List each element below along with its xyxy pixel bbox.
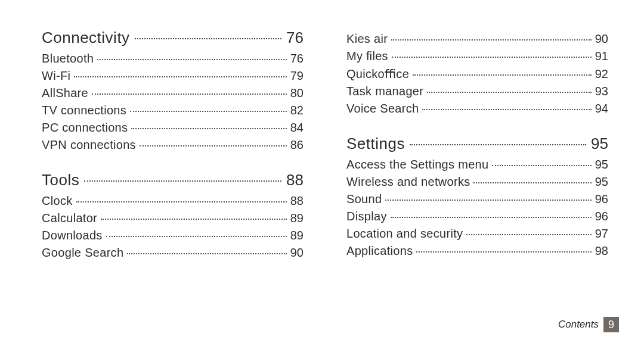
- contents-page: Connectivity 76 Bluetooth 76 Wi-Fi 79 Al…: [0, 0, 644, 349]
- columns: Connectivity 76 Bluetooth 76 Wi-Fi 79 Al…: [42, 29, 608, 267]
- leader: [392, 57, 592, 58]
- leader: [422, 109, 591, 110]
- toc-entry: Location and security 97: [346, 227, 608, 241]
- entry-title: Downloads: [42, 229, 105, 242]
- section-connectivity: Connectivity 76 Bluetooth 76 Wi-Fi 79 Al…: [42, 29, 304, 152]
- footer-page-number: 9: [603, 317, 619, 332]
- leader: [97, 59, 287, 60]
- entry-title: Google Search: [42, 246, 126, 260]
- section-page: 88: [283, 171, 304, 189]
- entry-page: 80: [288, 86, 304, 100]
- leader: [127, 253, 286, 254]
- leader: [130, 111, 287, 112]
- leader: [391, 39, 592, 40]
- leader: [101, 219, 287, 220]
- leader: [74, 76, 287, 77]
- leader: [466, 234, 591, 235]
- entry-title: Clock: [42, 194, 75, 208]
- column-right: Kies air 90 My ﬁles 91 Quickoﬃce 92 Task…: [346, 29, 608, 267]
- section-page: 95: [587, 135, 608, 153]
- entry-title: Display: [346, 210, 389, 223]
- entry-page: 90: [593, 32, 608, 46]
- entry-page: 98: [593, 244, 608, 258]
- leader: [76, 201, 287, 202]
- entry-page: 97: [593, 227, 608, 241]
- leader: [385, 200, 591, 201]
- entry-page: 92: [593, 67, 608, 81]
- entry-page: 95: [593, 158, 608, 172]
- toc-entry: TV connections 82: [42, 104, 304, 117]
- entry-page: 86: [288, 138, 304, 152]
- section-settings: Settings 95 Access the Settings menu 95 …: [346, 135, 608, 258]
- section-title: Tools: [42, 171, 83, 189]
- entry-title: Kies air: [346, 32, 390, 46]
- entry-title: Wi-Fi: [42, 69, 73, 83]
- toc-entry: VPN connections 86: [42, 138, 304, 152]
- leader: [140, 145, 287, 147]
- entry-page: 90: [288, 246, 304, 260]
- leader: [492, 165, 591, 166]
- entry-page: 95: [593, 175, 608, 189]
- entry-page: 91: [593, 49, 608, 63]
- entry-title: AllShare: [42, 86, 91, 100]
- leader: [416, 251, 591, 253]
- leader: [473, 182, 591, 183]
- leader: [92, 94, 287, 95]
- toc-entry: Voice Search 94: [346, 102, 608, 116]
- entry-page: 93: [593, 85, 608, 98]
- toc-entry: Quickoﬃce 92: [346, 67, 608, 81]
- leader: [135, 38, 281, 39]
- section-tools-continued: Kies air 90 My ﬁles 91 Quickoﬃce 92 Task…: [346, 32, 608, 116]
- leader: [131, 128, 286, 129]
- section-title: Settings: [346, 135, 408, 153]
- leader: [413, 74, 592, 76]
- toc-entry: Google Search 90: [42, 246, 304, 260]
- toc-entry: Wi-Fi 79: [42, 69, 304, 83]
- toc-entry: Access the Settings menu 95: [346, 158, 608, 172]
- toc-entry: PC connections 84: [42, 121, 304, 135]
- leader: [391, 217, 592, 218]
- section-heading-row: Connectivity 76: [42, 29, 304, 47]
- entry-title: Applications: [346, 244, 415, 258]
- entry-title: Sound: [346, 192, 384, 206]
- toc-entry: Task manager 93: [346, 85, 608, 98]
- toc-entry: Wireless and networks 95: [346, 175, 608, 189]
- entry-title: VPN connections: [42, 138, 138, 152]
- entry-title: Voice Search: [346, 102, 421, 116]
- entry-title: Task manager: [346, 85, 426, 98]
- toc-entry: Kies air 90: [346, 32, 608, 46]
- entry-title: PC connections: [42, 121, 130, 135]
- leader: [410, 144, 586, 145]
- toc-entry: My ﬁles 91: [346, 49, 608, 63]
- entry-page: 79: [288, 69, 304, 83]
- entry-title: Location and security: [346, 227, 465, 241]
- toc-entry: Bluetooth 76: [42, 52, 304, 66]
- entry-title: Quickoﬃce: [346, 67, 411, 81]
- entry-title: Wireless and networks: [346, 175, 472, 189]
- entry-page: 82: [288, 104, 304, 117]
- entry-page: 76: [288, 52, 304, 66]
- leader: [106, 236, 287, 237]
- toc-entry: Display 96: [346, 210, 608, 223]
- leader: [427, 92, 592, 93]
- column-left: Connectivity 76 Bluetooth 76 Wi-Fi 79 Al…: [42, 29, 304, 267]
- leader: [84, 180, 281, 182]
- section-heading-row: Settings 95: [346, 135, 608, 153]
- toc-entry: AllShare 80: [42, 86, 304, 100]
- page-footer: Contents 9: [558, 317, 619, 332]
- toc-entry: Applications 98: [346, 244, 608, 258]
- entry-page: 89: [288, 229, 304, 242]
- section-page: 76: [283, 29, 304, 47]
- entry-title: TV connections: [42, 104, 129, 117]
- toc-entry: Sound 96: [346, 192, 608, 206]
- toc-entry: Clock 88: [42, 194, 304, 208]
- toc-entry: Calculator 89: [42, 211, 304, 225]
- section-heading-row: Tools 88: [42, 171, 304, 189]
- entry-page: 89: [288, 211, 304, 225]
- toc-entry: Downloads 89: [42, 229, 304, 242]
- entry-title: Calculator: [42, 211, 100, 225]
- section-tools: Tools 88 Clock 88 Calculator 89 Download…: [42, 171, 304, 260]
- entry-page: 96: [593, 192, 608, 206]
- entry-page: 88: [288, 194, 304, 208]
- entry-title: Bluetooth: [42, 52, 96, 66]
